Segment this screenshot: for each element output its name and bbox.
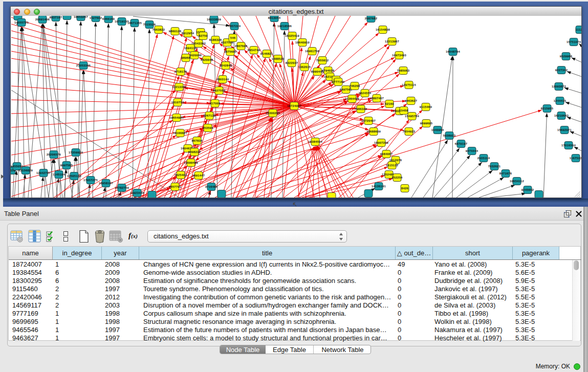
svg-text:7955812: 7955812 [316,59,329,62]
svg-text:16961758: 16961758 [305,50,320,53]
svg-text:17957275: 17957275 [83,179,98,182]
svg-text:9242848: 9242848 [220,64,232,67]
svg-text:12942737: 12942737 [36,171,51,174]
svg-text:5498222: 5498222 [188,150,201,154]
svg-text:8454749: 8454749 [248,49,260,52]
svg-text:10973493: 10973493 [392,54,407,57]
svg-text:9245652: 9245652 [521,188,534,191]
svg-text:8937197: 8937197 [50,16,62,19]
svg-text:12975115: 12975115 [402,83,416,86]
svg-text:1527602: 1527602 [90,16,102,19]
svg-text:9529966: 9529966 [560,55,573,58]
svg-text:13156829: 13156829 [18,169,33,172]
svg-text:1691447: 1691447 [192,174,205,177]
svg-text:9699695: 9699695 [420,122,433,125]
svg-text:8471676: 8471676 [499,172,512,175]
svg-text:14136141: 14136141 [372,185,386,188]
svg-text:1810754: 1810754 [171,101,184,104]
svg-text:3267130: 3267130 [203,114,216,117]
svg-text:7632621: 7632621 [488,165,501,168]
svg-text:20691406: 20691406 [35,18,50,21]
svg-text:546: 546 [230,36,236,39]
svg-text:10688609: 10688609 [366,130,381,133]
svg-text:7654923: 7654923 [403,130,416,133]
svg-text:16671355: 16671355 [127,21,142,25]
svg-text:8912954: 8912954 [182,32,194,35]
svg-text:19654985: 19654985 [169,116,184,119]
svg-text:82750: 82750 [199,34,208,37]
svg-text:15720407: 15720407 [361,119,376,122]
svg-text:8813054: 8813054 [268,16,281,19]
svg-text:7625402: 7625402 [175,173,187,177]
svg-text:16210643: 16210643 [554,114,569,117]
svg-text:14055721: 14055721 [14,21,29,24]
svg-text:12213967: 12213967 [385,40,399,43]
svg-text:10654112: 10654112 [510,180,524,183]
svg-text:15458: 15458 [399,109,408,112]
svg-text:1615132: 1615132 [386,164,399,167]
svg-text:9997585: 9997585 [60,164,73,167]
svg-text:11923446: 11923446 [130,191,144,194]
svg-text:2867608: 2867608 [235,45,248,48]
svg-text:6879197: 6879197 [455,142,468,145]
svg-text:8186328: 8186328 [209,38,222,41]
svg-text:9777169: 9777169 [332,80,345,83]
svg-text:3716485: 3716485 [205,185,218,188]
svg-text:20206576: 20206576 [47,153,61,156]
svg-text:10807467: 10807467 [369,97,384,100]
svg-text:417004: 417004 [209,102,221,105]
svg-text:18907249: 18907249 [374,141,389,144]
svg-text:3624554: 3624554 [359,92,372,95]
svg-text:9084067: 9084067 [380,152,393,156]
svg-text:15751074: 15751074 [567,40,581,43]
svg-text:1588520: 1588520 [272,57,285,60]
svg-text:12505135: 12505135 [67,174,82,178]
svg-text:19166827: 19166827 [173,132,187,135]
svg-text:9146821: 9146821 [260,52,273,55]
svg-text:9227342: 9227342 [555,69,568,72]
svg-text:16648784: 16648784 [446,50,461,53]
svg-text:5938923: 5938923 [443,134,456,137]
svg-text:2718176: 2718176 [175,70,187,73]
svg-text:1420048: 1420048 [201,58,213,61]
svg-text:1362615: 1362615 [298,65,311,69]
svg-text:16782759: 16782759 [115,186,129,189]
svg-text:9457791: 9457791 [169,185,182,188]
svg-text:18724007: 18724007 [287,104,301,107]
svg-text:98968: 98968 [181,56,190,59]
svg-text:9115460: 9115460 [420,105,432,108]
svg-text:15692971: 15692971 [557,128,572,132]
svg-text:7986322: 7986322 [355,107,367,111]
svg-text:453594: 453594 [202,126,213,129]
svg-text:867834: 867834 [191,139,203,142]
svg-text:1167533: 1167533 [570,157,581,160]
svg-text:8427552: 8427552 [213,89,226,92]
svg-text:17016504: 17016504 [561,144,576,147]
svg-text:746266: 746266 [349,84,360,87]
svg-text:25300295: 25300295 [266,112,280,115]
svg-text:10653267: 10653267 [74,16,88,18]
svg-text:9474444: 9474444 [466,149,478,152]
svg-text:1694138: 1694138 [184,47,197,50]
svg-text:7515526: 7515526 [143,23,156,26]
svg-text:1145194: 1145194 [53,173,66,176]
svg-text:21364436: 21364436 [345,97,360,100]
svg-text:21053346: 21053346 [76,64,91,67]
svg-text:1244415: 1244415 [554,99,567,102]
svg-text:62160: 62160 [385,102,394,105]
svg-text:6466160: 6466160 [102,17,115,20]
svg-text:8426: 8426 [401,187,409,190]
svg-text:1640954: 1640954 [431,128,444,132]
svg-text:19218586: 19218586 [277,25,292,28]
svg-text:2087682: 2087682 [365,17,378,20]
svg-text:16033809: 16033809 [207,18,222,21]
svg-text:7485063: 7485063 [397,69,410,72]
svg-text:19384554: 19384554 [308,140,323,143]
svg-text:10958107: 10958107 [99,182,113,185]
svg-text:15495764: 15495764 [405,115,420,118]
svg-text:8215955: 8215955 [541,107,554,110]
svg-text:16154838: 16154838 [376,28,390,31]
svg-text:18325419: 18325419 [285,34,300,37]
svg-text:9463627: 9463627 [405,99,418,102]
svg-text:17359924: 17359924 [69,151,83,154]
